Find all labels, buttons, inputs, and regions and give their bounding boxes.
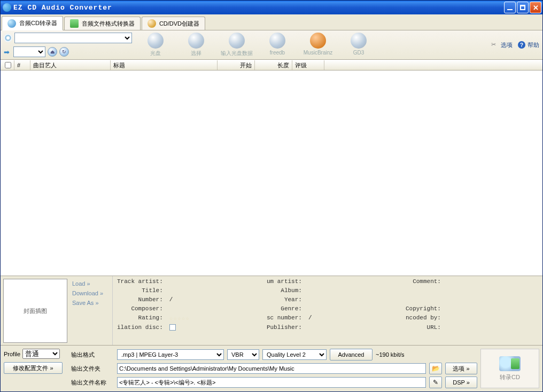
track-list [1, 70, 542, 276]
output-format-label: 输出格式 [71, 351, 114, 359]
output-folder-input[interactable] [117, 363, 426, 374]
freedb-button[interactable]: freedb [261, 33, 293, 57]
compilation-checkbox[interactable] [169, 324, 176, 331]
copyright-label: Copyright: [406, 305, 441, 312]
track-artist-label: Track artist: [117, 278, 163, 285]
minimize-button[interactable] [504, 2, 516, 13]
url-label: URL: [406, 324, 441, 332]
col-number[interactable]: # [14, 60, 30, 70]
disc-button[interactable]: 光盘 [139, 33, 172, 57]
number-label: Number: [117, 296, 163, 303]
download-cover-link[interactable]: Download » [72, 290, 110, 296]
tab-label: 音频CD转录器 [19, 19, 57, 27]
maximize-button[interactable] [517, 2, 529, 13]
eject-button[interactable]: ⏏ [48, 47, 57, 57]
wrench-icon: ✂ [491, 41, 499, 49]
composer-value[interactable] [169, 305, 260, 312]
musicbrainz-button[interactable]: MusicBrainz [302, 33, 334, 57]
speed-select[interactable] [13, 46, 45, 57]
help-icon: ? [518, 41, 525, 49]
refresh-button[interactable]: ↻ [59, 47, 69, 57]
select-big-icon [188, 33, 204, 49]
comment-label: Comment: [406, 278, 441, 285]
output-name-label: 输出文件名称 [71, 379, 114, 387]
rating-stars[interactable]: ☆☆☆☆☆ [169, 315, 260, 322]
table-header: # 曲目艺人 标题 开始 长度 评级 [1, 60, 542, 70]
track-artist-value[interactable] [169, 278, 260, 285]
select-button[interactable]: 选择 [180, 33, 212, 57]
number-value[interactable]: / [169, 296, 260, 303]
album-artist-label: um artist: [267, 278, 302, 285]
cover-art[interactable]: 封面插图 [3, 279, 67, 343]
publisher-label: Publisher: [267, 324, 302, 332]
dsp-button[interactable]: DSP » [445, 377, 477, 388]
tab-disc-burner[interactable]: CD/DVD创建器 [142, 17, 205, 30]
compilation-label: ilation disc: [117, 324, 163, 332]
quality-select[interactable]: Quality Level 2 [262, 349, 327, 360]
cd-icon [7, 19, 16, 28]
album-label: Album: [267, 287, 302, 294]
col-artist[interactable]: 曲目艺人 [30, 60, 111, 70]
burn-icon [148, 19, 156, 28]
col-length[interactable]: 长度 [255, 60, 292, 70]
output-panel: Profile 普通 修改配置文件 » 输出格式 .mp3 | MPEG Lay… [1, 345, 542, 391]
year-value[interactable] [308, 296, 399, 303]
col-start[interactable]: 开始 [218, 60, 255, 70]
tab-audio-converter[interactable]: 音频文件格式转换器 [64, 17, 141, 30]
load-cover-link[interactable]: Load » [72, 280, 110, 287]
drive-select[interactable] [14, 33, 132, 43]
convert-icon [70, 19, 79, 28]
genre-value[interactable] [308, 305, 399, 312]
toolbar: ➡ ⏏ ↻ 光盘 选择 输入光盘数据 freedb MusicBrainz GD… [1, 30, 542, 60]
select-all-checkbox[interactable] [5, 62, 11, 68]
album-value[interactable] [308, 287, 399, 294]
album-artist-value[interactable] [308, 278, 399, 285]
help-link[interactable]: ?帮助 [518, 41, 539, 49]
comment-value[interactable] [447, 278, 538, 285]
col-title[interactable]: 标题 [111, 60, 218, 70]
name-pattern-button[interactable]: ✎ [429, 377, 442, 388]
copyright-value[interactable] [447, 305, 538, 312]
output-folder-label: 输出文件夹 [71, 365, 114, 373]
tab-cd-ripper[interactable]: 音频CD转录器 [2, 16, 63, 30]
composer-label: Composer: [117, 305, 163, 312]
rip-cd-button[interactable]: 转录CD [480, 349, 539, 388]
mode-select[interactable]: VBR [227, 349, 259, 360]
encodedby-value[interactable] [447, 315, 538, 322]
app-icon [3, 3, 11, 12]
input-data-button[interactable]: 输入光盘数据 [221, 33, 253, 57]
folder-options-button[interactable]: 选项 » [445, 363, 477, 374]
rip-icon [499, 356, 521, 371]
disc-big-icon [148, 33, 164, 49]
publisher-value[interactable] [308, 324, 399, 332]
rating-label: Rating: [117, 315, 163, 322]
discnum-label: sc number: [267, 315, 302, 322]
edit-profile-button[interactable]: 修改配置文件 » [4, 362, 63, 374]
output-name-input[interactable] [117, 377, 426, 388]
profile-select[interactable]: 普通 [22, 349, 60, 359]
titlebar: EZ CD Audio Converter ✕ [1, 1, 542, 14]
main-tabs: 音频CD转录器 音频文件格式转换器 CD/DVD创建器 [1, 14, 542, 30]
discnum-value[interactable]: / [308, 315, 399, 322]
title-value[interactable] [169, 287, 260, 294]
window-title: EZ CD Audio Converter [13, 4, 504, 12]
col-rating[interactable]: 评级 [292, 60, 324, 70]
bitrate-label: ~190 kbit/s [376, 351, 405, 358]
title-label: Title: [117, 287, 163, 294]
profile-label: Profile [4, 351, 20, 357]
close-button[interactable]: ✕ [530, 2, 541, 13]
browse-folder-button[interactable]: 📂 [429, 363, 442, 374]
metadata-panel: 封面插图 Load » Download » Save As » Track a… [1, 276, 542, 345]
format-select[interactable]: .mp3 | MPEG Layer-3 [117, 349, 224, 360]
options-link[interactable]: ✂选项 [491, 41, 513, 49]
tab-label: CD/DVD创建器 [159, 20, 199, 28]
gd3-icon [351, 33, 367, 49]
genre-label: Genre: [267, 305, 302, 312]
advanced-button[interactable]: Advanced [330, 349, 373, 360]
gd3-button[interactable]: GD3 [343, 33, 375, 57]
arrow-right-icon: ➡ [4, 48, 11, 56]
year-label: Year: [267, 296, 302, 303]
saveas-cover-link[interactable]: Save As » [72, 300, 110, 306]
musicbrainz-icon [310, 33, 326, 49]
url-value[interactable] [447, 324, 538, 332]
